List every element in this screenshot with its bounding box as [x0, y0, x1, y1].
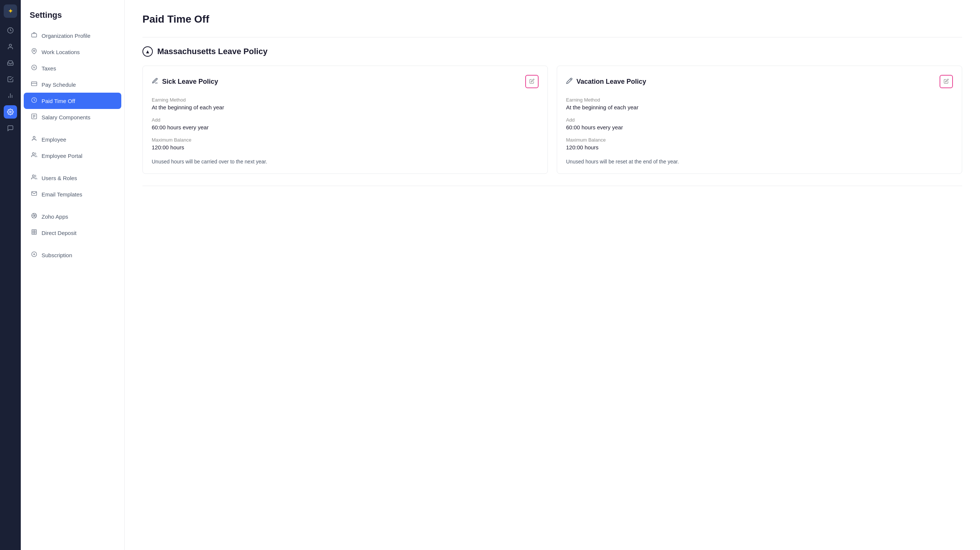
sidebar-item-users-roles-label: Users & Roles: [41, 175, 77, 181]
svg-rect-12: [32, 82, 37, 86]
work-locations-icon: [31, 48, 37, 55]
vacation-leave-earning-method: Earning Method At the beginning of each …: [566, 97, 953, 111]
sick-leave-icon: [152, 78, 158, 86]
sidebar-item-zoho-apps[interactable]: Zoho Apps: [24, 208, 121, 225]
email-templates-icon: [31, 190, 37, 198]
sidebar-item-paid-time-off[interactable]: Paid Time Off: [24, 93, 121, 109]
sidebar-item-users-roles[interactable]: Users & Roles: [24, 170, 121, 186]
vacation-leave-note: Unused hours will be reset at the end of…: [566, 157, 953, 165]
sidebar-item-pay-schedule[interactable]: Pay Schedule: [24, 76, 121, 93]
sick-leave-add-label: Add: [152, 117, 539, 123]
sidebar-item-salary-components-label: Salary Components: [41, 114, 91, 120]
nav-user[interactable]: [4, 40, 17, 53]
sick-leave-add-value: 60:00 hours every year: [152, 124, 539, 130]
sick-leave-note: Unused hours will be carried over to the…: [152, 157, 539, 165]
logo-star-icon: ✦: [8, 7, 13, 15]
svg-point-5: [10, 111, 11, 113]
sidebar-item-email-templates-label: Email Templates: [41, 191, 82, 198]
paid-time-off-icon: [31, 97, 37, 105]
sick-leave-add: Add 60:00 hours every year: [152, 117, 539, 130]
svg-point-21: [32, 175, 34, 177]
vacation-leave-edit-button[interactable]: [940, 75, 953, 88]
sidebar-item-direct-deposit-label: Direct Deposit: [41, 230, 76, 236]
sidebar-item-email-templates[interactable]: Email Templates: [24, 186, 121, 202]
nav-settings[interactable]: [4, 105, 17, 119]
sick-leave-title: Sick Leave Policy: [162, 78, 218, 86]
vacation-leave-edit-pencil-icon: [943, 79, 949, 85]
vacation-leave-add: Add 60:00 hours every year: [566, 117, 953, 130]
sidebar-item-employee-portal-label: Employee Portal: [41, 153, 82, 159]
sidebar-item-org-profile-label: Organization Profile: [41, 33, 91, 39]
vacation-leave-add-label: Add: [566, 117, 953, 123]
direct-deposit-icon: [31, 229, 37, 236]
settings-sidebar: Settings Organization Profile Work Locat…: [21, 0, 125, 550]
vacation-leave-max-balance: Maximum Balance 120:00 hours: [566, 137, 953, 151]
sidebar-item-employee-portal[interactable]: Employee Portal: [24, 147, 121, 164]
policy-cards-container: Sick Leave Policy Earning Method At the …: [142, 66, 962, 174]
vacation-leave-add-value: 60:00 hours every year: [566, 124, 953, 130]
sick-leave-earning-method-value: At the beginning of each year: [152, 104, 539, 111]
massachusetts-policy-section: ▲ Massachusetts Leave Policy Sick Leave …: [142, 46, 962, 174]
svg-point-19: [33, 136, 35, 138]
sidebar-item-pay-schedule-label: Pay Schedule: [41, 82, 76, 88]
vacation-leave-earning-method-value: At the beginning of each year: [566, 104, 953, 111]
vacation-leave-card-header: Vacation Leave Policy: [566, 75, 953, 88]
sidebar-item-subscription[interactable]: Subscription: [24, 247, 121, 263]
sidebar-item-employee[interactable]: Employee: [24, 131, 121, 147]
vacation-leave-title: Vacation Leave Policy: [576, 78, 646, 86]
sidebar-item-taxes[interactable]: Taxes: [24, 60, 121, 76]
icon-navigation: ✦: [0, 0, 21, 550]
pay-schedule-icon: [31, 81, 37, 88]
sick-leave-card: Sick Leave Policy Earning Method At the …: [142, 66, 548, 174]
sidebar-item-direct-deposit[interactable]: Direct Deposit: [24, 225, 121, 241]
sidebar-item-subscription-label: Subscription: [41, 252, 72, 258]
nav-checklist[interactable]: [4, 73, 17, 86]
org-profile-icon: [31, 32, 37, 39]
page-title: Paid Time Off: [142, 13, 962, 25]
svg-point-11: [35, 68, 35, 68]
sick-leave-edit-button[interactable]: [525, 75, 539, 88]
sidebar-item-salary-components[interactable]: Salary Components: [24, 109, 121, 125]
svg-point-7: [33, 50, 35, 52]
svg-point-20: [32, 153, 34, 155]
nav-chart[interactable]: [4, 89, 17, 102]
sick-leave-max-balance-value: 120:00 hours: [152, 144, 539, 151]
sick-leave-earning-method-label: Earning Method: [152, 97, 539, 103]
salary-components-icon: [31, 113, 37, 121]
svg-rect-6: [32, 34, 37, 37]
policy-toggle-up-icon: ▲: [145, 49, 150, 54]
nav-clock[interactable]: [4, 24, 17, 37]
sidebar-item-work-locations[interactable]: Work Locations: [24, 44, 121, 60]
vacation-leave-max-balance-label: Maximum Balance: [566, 137, 953, 143]
vacation-leave-title-group: Vacation Leave Policy: [566, 78, 646, 86]
sidebar-item-taxes-label: Taxes: [41, 65, 56, 71]
main-content: Paid Time Off ▲ Massachusetts Leave Poli…: [125, 0, 980, 550]
zoho-apps-icon: [31, 213, 37, 220]
policy-header: ▲ Massachusetts Leave Policy: [142, 46, 962, 57]
nav-chat[interactable]: [4, 122, 17, 135]
svg-point-1: [9, 44, 11, 46]
sidebar-item-org-profile[interactable]: Organization Profile: [24, 27, 121, 44]
policy-title: Massachusetts Leave Policy: [157, 47, 267, 56]
sidebar-item-zoho-apps-label: Zoho Apps: [41, 214, 68, 220]
sidebar-item-employee-label: Employee: [41, 136, 67, 143]
vacation-leave-earning-method-label: Earning Method: [566, 97, 953, 103]
nav-inbox[interactable]: [4, 56, 17, 70]
users-roles-icon: [31, 174, 37, 182]
employee-icon: [31, 136, 37, 143]
vacation-leave-icon: [566, 78, 573, 86]
sick-leave-max-balance-label: Maximum Balance: [152, 137, 539, 143]
taxes-icon: [31, 65, 37, 72]
sidebar-item-work-locations-label: Work Locations: [41, 49, 80, 55]
sick-leave-max-balance: Maximum Balance 120:00 hours: [152, 137, 539, 151]
sick-leave-edit-pencil-icon: [529, 79, 535, 85]
app-logo[interactable]: ✦: [4, 5, 17, 18]
employee-portal-icon: [31, 152, 37, 159]
sick-leave-title-group: Sick Leave Policy: [152, 78, 218, 86]
vacation-leave-max-balance-value: 120:00 hours: [566, 144, 953, 151]
sick-leave-earning-method: Earning Method At the beginning of each …: [152, 97, 539, 111]
sidebar-item-paid-time-off-label: Paid Time Off: [41, 98, 75, 104]
subscription-icon: [31, 251, 37, 259]
vacation-leave-card: Vacation Leave Policy Earning Method At …: [557, 66, 962, 174]
policy-toggle-button[interactable]: ▲: [142, 46, 153, 57]
